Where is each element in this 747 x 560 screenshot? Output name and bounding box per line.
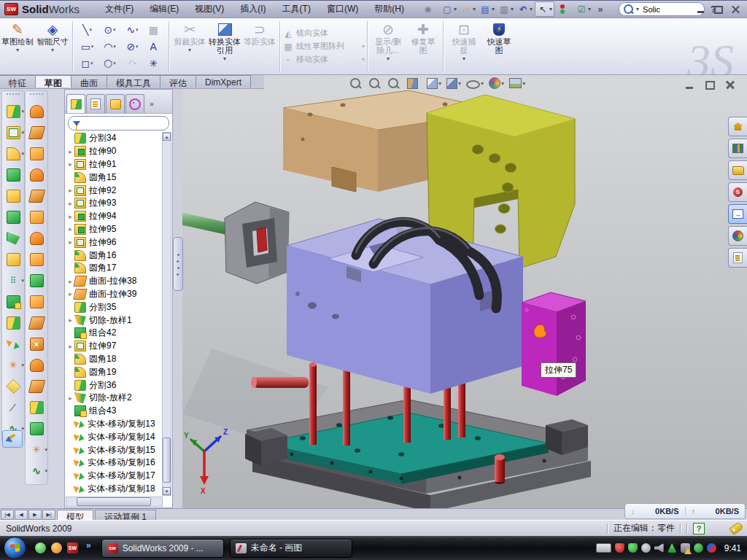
new-document-icon[interactable]: ▢ — [440, 2, 458, 16]
plane-icon[interactable] — [2, 376, 24, 397]
tree-item[interactable]: 圆角15 — [66, 171, 163, 184]
tree-item[interactable]: 分割34 — [66, 132, 163, 145]
taskbar-clock[interactable]: 9:41 — [724, 543, 741, 553]
tree-item[interactable]: 拉伸92 — [66, 184, 163, 197]
custom-properties-tab[interactable] — [728, 248, 747, 268]
ellipse-tool[interactable]: ⊘ — [121, 38, 144, 55]
dropdown-caret-icon[interactable] — [91, 44, 94, 50]
smart-dimension-button[interactable]: ◈ 智能尺寸 — [35, 18, 70, 74]
scrollbar-thumb[interactable] — [77, 497, 151, 506]
tab-nav-button[interactable]: ◀ — [15, 510, 28, 520]
mid-surface-icon[interactable] — [26, 206, 47, 228]
pin-icon[interactable]: ◉ — [421, 2, 439, 16]
menu-item[interactable]: 插入(I) — [232, 1, 274, 18]
shell-icon[interactable] — [2, 228, 24, 249]
model-magenta-block[interactable] — [522, 292, 586, 396]
home-tab[interactable] — [728, 117, 747, 136]
command-tab[interactable]: 曲面 — [71, 75, 107, 88]
dropdown-caret-icon[interactable] — [90, 61, 93, 66]
rectangle-tool[interactable]: ▭ — [76, 38, 98, 55]
section-view-icon[interactable] — [407, 78, 422, 89]
start-button[interactable] — [4, 537, 26, 559]
search-box[interactable] — [619, 2, 705, 16]
tree-item[interactable]: 圆角16 — [66, 249, 163, 262]
tree-item[interactable]: 实体-移动/复制18 — [66, 483, 163, 496]
cylinder-icon[interactable] — [26, 418, 47, 439]
design-library-tab[interactable] — [728, 160, 747, 180]
menu-item[interactable]: 文件(F) — [97, 1, 142, 18]
rapid-sketch-button[interactable]: ⚡ 快速草 图 — [481, 18, 516, 74]
magnifier-icon[interactable] — [388, 78, 402, 88]
dropdown-caret-icon[interactable] — [223, 55, 226, 62]
dropdown-caret-icon[interactable] — [136, 27, 139, 33]
tab-nav-button[interactable]: ▶| — [42, 510, 55, 520]
property-manager-tab[interactable] — [86, 94, 105, 113]
combine-icon[interactable] — [2, 291, 24, 312]
dropdown-caret-icon[interactable] — [454, 6, 457, 12]
tree-horizontal-scrollbar[interactable] — [66, 497, 163, 507]
polygon-tool[interactable]: ⬡ — [98, 55, 121, 71]
print-icon[interactable]: ▥ — [497, 2, 515, 16]
tree-filter-box[interactable] — [68, 116, 169, 131]
pin-tray-icon[interactable] — [667, 543, 677, 553]
doc-restore-button[interactable] — [702, 79, 718, 91]
feature-manager-tab[interactable] — [66, 94, 85, 113]
tree-item[interactable]: 实体-移动/复制17 — [66, 470, 163, 483]
dimxpert-manager-tab[interactable] — [125, 94, 144, 113]
tree-item[interactable]: 圆角17 — [66, 262, 163, 275]
lofted-boss-icon[interactable] — [2, 206, 24, 228]
expand-arrow-icon[interactable] — [66, 160, 74, 168]
tree-item[interactable]: 分割35 — [66, 300, 163, 314]
point-tool[interactable]: ✳ — [144, 55, 166, 71]
task-button[interactable]: 未命名 - 画图 — [230, 539, 352, 558]
tree-item[interactable]: 拉伸97 — [66, 340, 163, 353]
tag-icon[interactable] — [729, 521, 743, 535]
menu-item[interactable]: 视图(V) — [187, 1, 232, 18]
search-caret-icon[interactable] — [636, 6, 639, 12]
sync-tray-icon[interactable] — [707, 543, 716, 553]
extruded-cut-icon[interactable] — [2, 122, 24, 143]
expand-arrow-icon[interactable] — [66, 238, 74, 246]
dropdown-caret-icon[interactable] — [133, 61, 136, 66]
revolved-boss-icon[interactable] — [2, 185, 24, 206]
tree-item[interactable]: 拉伸96 — [66, 236, 163, 249]
dropdown-caret-icon[interactable] — [21, 151, 24, 157]
messenger-quicklaunch-icon[interactable] — [35, 542, 46, 553]
scene-icon[interactable] — [509, 78, 525, 88]
dropdown-caret-icon[interactable] — [438, 80, 441, 87]
design-check-icon[interactable]: ☑ — [574, 2, 592, 16]
task-button[interactable]: SW SolidWorks 2009 - ... — [101, 539, 224, 558]
volume-tray-icon[interactable] — [654, 543, 664, 553]
zoom-fit-icon[interactable] — [350, 78, 364, 88]
splitter-collapse-handle[interactable]: ◂▸◂▸ — [173, 237, 183, 291]
view-palette-tab[interactable]: → — [728, 204, 747, 224]
axis-icon[interactable]: ⁄ — [2, 397, 24, 418]
model-clamp-block-left[interactable] — [245, 428, 287, 466]
dropdown-caret-icon[interactable] — [21, 109, 24, 114]
split-icon[interactable] — [2, 312, 24, 333]
thicken-icon[interactable] — [26, 354, 47, 376]
swept-surface-icon[interactable] — [26, 101, 47, 122]
tree-item[interactable]: 拉伸95 — [66, 223, 163, 236]
tree-item[interactable]: 分割36 — [66, 378, 163, 392]
sketch-fillet-tool[interactable]: ◜ — [121, 55, 144, 71]
convert-entities-button[interactable]: 转换实体引用 — [207, 18, 242, 74]
dropdown-caret-icon[interactable] — [481, 80, 484, 87]
tree-item[interactable]: 曲面-拉伸39 — [66, 288, 163, 301]
solidworks-quicklaunch-icon[interactable]: SW — [67, 542, 78, 553]
expand-arrow-icon[interactable] — [66, 343, 74, 350]
dropdown-caret-icon[interactable] — [21, 362, 24, 368]
model-tab[interactable]: 运动算例 1 — [95, 510, 156, 520]
command-tab[interactable]: 模具工具 — [107, 75, 160, 88]
tree-item[interactable]: 拉伸94 — [66, 210, 163, 223]
move-copy-icon[interactable] — [2, 333, 24, 354]
surf-curve-icon[interactable]: ∿ — [26, 460, 47, 481]
toolbar-grip[interactable] — [7, 93, 20, 98]
panel-tabs-overflow[interactable]: » — [145, 95, 158, 113]
surf-point-icon[interactable]: ✳ — [26, 439, 47, 460]
menu-item[interactable]: 编辑(E) — [142, 1, 187, 18]
toolbar-overflow-icon[interactable]: » — [593, 2, 611, 16]
boundary-surface-icon[interactable] — [26, 270, 47, 291]
point-icon[interactable]: ✳ — [2, 354, 24, 376]
text-tool[interactable]: A — [144, 38, 166, 55]
